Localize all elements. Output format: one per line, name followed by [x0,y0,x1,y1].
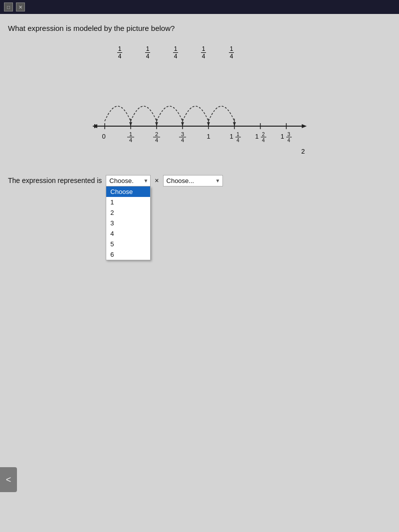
dropdown-option-3[interactable]: 3 [106,218,150,228]
multiply-sign: × [155,177,159,184]
dropdown-option-5[interactable]: 5 [106,239,150,249]
close-button[interactable]: ✕ [16,2,25,11]
dropdown-option-6[interactable]: 6 [106,249,150,260]
svg-text:2: 2 [155,131,158,137]
dropdown-option-2[interactable]: 2 [106,207,150,218]
number-line-diagram: 1 4 1 4 1 4 1 4 1 4 [80,40,319,160]
fraction-1: 1 4 [106,45,134,60]
svg-text:1: 1 [236,132,239,137]
svg-text:1: 1 [229,133,233,140]
title-bar: □ ✕ [0,0,399,14]
dropdown-option-1[interactable]: 1 [106,197,150,207]
expression-label: The expression represented is [8,177,102,184]
dropdown-option-4[interactable]: 4 [106,228,150,239]
number-line-svg: 0 1 4 2 4 3 4 1 1 1 4 1 2 4 1 [90,61,319,161]
svg-text:3: 3 [181,131,184,137]
first-dropdown-value: Choose. [109,177,133,184]
main-content: What expression is modeled by the pictur… [0,14,399,532]
svg-text:2: 2 [262,132,265,137]
restore-button[interactable]: □ [4,2,13,11]
first-dropdown-trigger[interactable]: Choose. ▼ [106,175,151,186]
fraction-5: 1 4 [217,45,245,60]
svg-text:4: 4 [155,137,158,143]
svg-text:1: 1 [255,133,258,140]
second-dropdown-value: Choose... [167,177,195,184]
first-dropdown-chevron-icon: ▼ [143,178,148,183]
fraction-2: 1 4 [134,45,162,60]
svg-text:0: 0 [102,133,105,140]
svg-text:1: 1 [206,133,210,140]
svg-text:4: 4 [129,137,132,143]
fraction-4: 1 4 [190,45,217,60]
svg-text:4: 4 [236,138,239,143]
svg-text:1: 1 [129,131,132,137]
fractions-row: 1 4 1 4 1 4 1 4 1 4 [106,45,309,60]
svg-text:4: 4 [287,138,290,143]
first-dropdown-list: Choose 1 2 3 4 5 6 [106,186,151,260]
second-dropdown-wrapper[interactable]: Choose... ▼ [163,175,223,186]
question-text: What expression is modeled by the pictur… [8,24,391,32]
first-dropdown-wrapper[interactable]: Choose. ▼ Choose 1 2 3 4 5 6 [106,175,151,186]
svg-text:1: 1 [280,133,284,140]
expression-row: The expression represented is Choose. ▼ … [8,175,391,186]
back-nav-button[interactable]: < [0,467,17,492]
fraction-3: 1 4 [162,45,190,60]
svg-text:4: 4 [181,137,184,143]
svg-text:4: 4 [262,138,265,143]
svg-text:3: 3 [287,132,290,137]
svg-marker-11 [302,124,307,128]
dropdown-option-choose[interactable]: Choose [106,186,150,197]
second-dropdown-trigger[interactable]: Choose... ▼ [163,175,223,186]
second-dropdown-chevron-icon: ▼ [215,178,220,183]
label-2: 2 [301,148,309,155]
